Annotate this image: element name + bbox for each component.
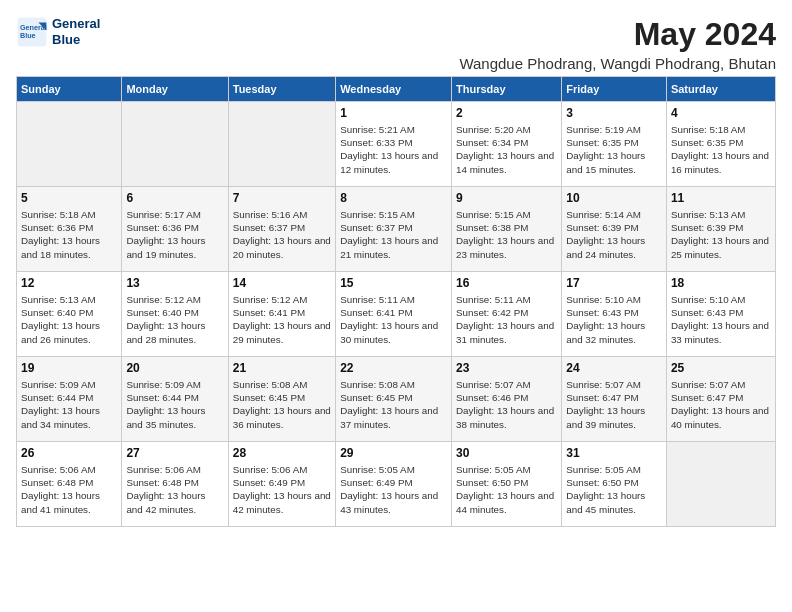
header-cell-thursday: Thursday	[452, 77, 562, 102]
header: General Blue General Blue May 2024 Wangd…	[16, 16, 776, 72]
header-cell-sunday: Sunday	[17, 77, 122, 102]
day-number: 7	[233, 191, 331, 205]
week-row-0: 1Sunrise: 5:21 AM Sunset: 6:33 PM Daylig…	[17, 102, 776, 187]
calendar-cell: 27Sunrise: 5:06 AM Sunset: 6:48 PM Dayli…	[122, 442, 228, 527]
calendar-cell: 2Sunrise: 5:20 AM Sunset: 6:34 PM Daylig…	[452, 102, 562, 187]
day-info: Sunrise: 5:11 AM Sunset: 6:42 PM Dayligh…	[456, 293, 557, 346]
day-number: 6	[126, 191, 223, 205]
calendar-cell: 19Sunrise: 5:09 AM Sunset: 6:44 PM Dayli…	[17, 357, 122, 442]
calendar-cell: 15Sunrise: 5:11 AM Sunset: 6:41 PM Dayli…	[336, 272, 452, 357]
day-info: Sunrise: 5:09 AM Sunset: 6:44 PM Dayligh…	[126, 378, 223, 431]
calendar-cell: 5Sunrise: 5:18 AM Sunset: 6:36 PM Daylig…	[17, 187, 122, 272]
week-row-1: 5Sunrise: 5:18 AM Sunset: 6:36 PM Daylig…	[17, 187, 776, 272]
day-info: Sunrise: 5:17 AM Sunset: 6:36 PM Dayligh…	[126, 208, 223, 261]
day-info: Sunrise: 5:15 AM Sunset: 6:37 PM Dayligh…	[340, 208, 447, 261]
day-info: Sunrise: 5:09 AM Sunset: 6:44 PM Dayligh…	[21, 378, 117, 431]
calendar-cell: 14Sunrise: 5:12 AM Sunset: 6:41 PM Dayli…	[228, 272, 335, 357]
header-cell-wednesday: Wednesday	[336, 77, 452, 102]
day-number: 16	[456, 276, 557, 290]
week-row-4: 26Sunrise: 5:06 AM Sunset: 6:48 PM Dayli…	[17, 442, 776, 527]
calendar-cell: 8Sunrise: 5:15 AM Sunset: 6:37 PM Daylig…	[336, 187, 452, 272]
day-info: Sunrise: 5:12 AM Sunset: 6:40 PM Dayligh…	[126, 293, 223, 346]
day-info: Sunrise: 5:18 AM Sunset: 6:36 PM Dayligh…	[21, 208, 117, 261]
day-number: 29	[340, 446, 447, 460]
day-info: Sunrise: 5:07 AM Sunset: 6:47 PM Dayligh…	[566, 378, 662, 431]
day-number: 9	[456, 191, 557, 205]
calendar-cell: 10Sunrise: 5:14 AM Sunset: 6:39 PM Dayli…	[562, 187, 667, 272]
calendar-cell: 12Sunrise: 5:13 AM Sunset: 6:40 PM Dayli…	[17, 272, 122, 357]
day-info: Sunrise: 5:18 AM Sunset: 6:35 PM Dayligh…	[671, 123, 771, 176]
day-info: Sunrise: 5:10 AM Sunset: 6:43 PM Dayligh…	[566, 293, 662, 346]
day-number: 20	[126, 361, 223, 375]
day-info: Sunrise: 5:15 AM Sunset: 6:38 PM Dayligh…	[456, 208, 557, 261]
calendar-cell: 26Sunrise: 5:06 AM Sunset: 6:48 PM Dayli…	[17, 442, 122, 527]
calendar-cell: 7Sunrise: 5:16 AM Sunset: 6:37 PM Daylig…	[228, 187, 335, 272]
day-info: Sunrise: 5:08 AM Sunset: 6:45 PM Dayligh…	[340, 378, 447, 431]
day-number: 21	[233, 361, 331, 375]
day-number: 23	[456, 361, 557, 375]
main-title: May 2024	[459, 16, 776, 53]
calendar-cell: 11Sunrise: 5:13 AM Sunset: 6:39 PM Dayli…	[666, 187, 775, 272]
calendar-cell: 24Sunrise: 5:07 AM Sunset: 6:47 PM Dayli…	[562, 357, 667, 442]
calendar-cell: 28Sunrise: 5:06 AM Sunset: 6:49 PM Dayli…	[228, 442, 335, 527]
day-number: 14	[233, 276, 331, 290]
day-info: Sunrise: 5:12 AM Sunset: 6:41 PM Dayligh…	[233, 293, 331, 346]
day-info: Sunrise: 5:06 AM Sunset: 6:49 PM Dayligh…	[233, 463, 331, 516]
day-info: Sunrise: 5:08 AM Sunset: 6:45 PM Dayligh…	[233, 378, 331, 431]
svg-text:Blue: Blue	[20, 31, 36, 40]
day-number: 5	[21, 191, 117, 205]
day-number: 17	[566, 276, 662, 290]
calendar-cell: 6Sunrise: 5:17 AM Sunset: 6:36 PM Daylig…	[122, 187, 228, 272]
day-info: Sunrise: 5:05 AM Sunset: 6:50 PM Dayligh…	[456, 463, 557, 516]
calendar-cell: 9Sunrise: 5:15 AM Sunset: 6:38 PM Daylig…	[452, 187, 562, 272]
day-number: 2	[456, 106, 557, 120]
day-number: 3	[566, 106, 662, 120]
calendar-cell: 21Sunrise: 5:08 AM Sunset: 6:45 PM Dayli…	[228, 357, 335, 442]
logo-text-line1: General	[52, 16, 100, 32]
day-info: Sunrise: 5:20 AM Sunset: 6:34 PM Dayligh…	[456, 123, 557, 176]
day-number: 10	[566, 191, 662, 205]
calendar-body: 1Sunrise: 5:21 AM Sunset: 6:33 PM Daylig…	[17, 102, 776, 527]
day-info: Sunrise: 5:16 AM Sunset: 6:37 PM Dayligh…	[233, 208, 331, 261]
day-number: 30	[456, 446, 557, 460]
calendar-cell: 17Sunrise: 5:10 AM Sunset: 6:43 PM Dayli…	[562, 272, 667, 357]
calendar-table: SundayMondayTuesdayWednesdayThursdayFrid…	[16, 76, 776, 527]
calendar-cell: 16Sunrise: 5:11 AM Sunset: 6:42 PM Dayli…	[452, 272, 562, 357]
day-info: Sunrise: 5:21 AM Sunset: 6:33 PM Dayligh…	[340, 123, 447, 176]
calendar-cell: 18Sunrise: 5:10 AM Sunset: 6:43 PM Dayli…	[666, 272, 775, 357]
day-number: 4	[671, 106, 771, 120]
day-info: Sunrise: 5:13 AM Sunset: 6:39 PM Dayligh…	[671, 208, 771, 261]
calendar-cell: 29Sunrise: 5:05 AM Sunset: 6:49 PM Dayli…	[336, 442, 452, 527]
day-info: Sunrise: 5:19 AM Sunset: 6:35 PM Dayligh…	[566, 123, 662, 176]
calendar-cell: 23Sunrise: 5:07 AM Sunset: 6:46 PM Dayli…	[452, 357, 562, 442]
day-info: Sunrise: 5:07 AM Sunset: 6:47 PM Dayligh…	[671, 378, 771, 431]
day-number: 31	[566, 446, 662, 460]
day-info: Sunrise: 5:11 AM Sunset: 6:41 PM Dayligh…	[340, 293, 447, 346]
day-number: 12	[21, 276, 117, 290]
day-number: 28	[233, 446, 331, 460]
day-info: Sunrise: 5:06 AM Sunset: 6:48 PM Dayligh…	[126, 463, 223, 516]
day-number: 22	[340, 361, 447, 375]
day-info: Sunrise: 5:05 AM Sunset: 6:49 PM Dayligh…	[340, 463, 447, 516]
title-area: May 2024 Wangdue Phodrang, Wangdi Phodra…	[459, 16, 776, 72]
week-row-3: 19Sunrise: 5:09 AM Sunset: 6:44 PM Dayli…	[17, 357, 776, 442]
header-cell-saturday: Saturday	[666, 77, 775, 102]
header-cell-monday: Monday	[122, 77, 228, 102]
calendar-cell: 31Sunrise: 5:05 AM Sunset: 6:50 PM Dayli…	[562, 442, 667, 527]
calendar-cell: 30Sunrise: 5:05 AM Sunset: 6:50 PM Dayli…	[452, 442, 562, 527]
day-info: Sunrise: 5:13 AM Sunset: 6:40 PM Dayligh…	[21, 293, 117, 346]
calendar-cell	[122, 102, 228, 187]
logo-text-line2: Blue	[52, 32, 100, 48]
calendar-cell: 20Sunrise: 5:09 AM Sunset: 6:44 PM Dayli…	[122, 357, 228, 442]
header-row: SundayMondayTuesdayWednesdayThursdayFrid…	[17, 77, 776, 102]
logo-icon: General Blue	[16, 16, 48, 48]
calendar-cell: 13Sunrise: 5:12 AM Sunset: 6:40 PM Dayli…	[122, 272, 228, 357]
day-number: 13	[126, 276, 223, 290]
calendar-cell: 22Sunrise: 5:08 AM Sunset: 6:45 PM Dayli…	[336, 357, 452, 442]
day-number: 8	[340, 191, 447, 205]
calendar-cell: 1Sunrise: 5:21 AM Sunset: 6:33 PM Daylig…	[336, 102, 452, 187]
day-number: 19	[21, 361, 117, 375]
calendar-cell	[228, 102, 335, 187]
day-info: Sunrise: 5:05 AM Sunset: 6:50 PM Dayligh…	[566, 463, 662, 516]
day-info: Sunrise: 5:10 AM Sunset: 6:43 PM Dayligh…	[671, 293, 771, 346]
